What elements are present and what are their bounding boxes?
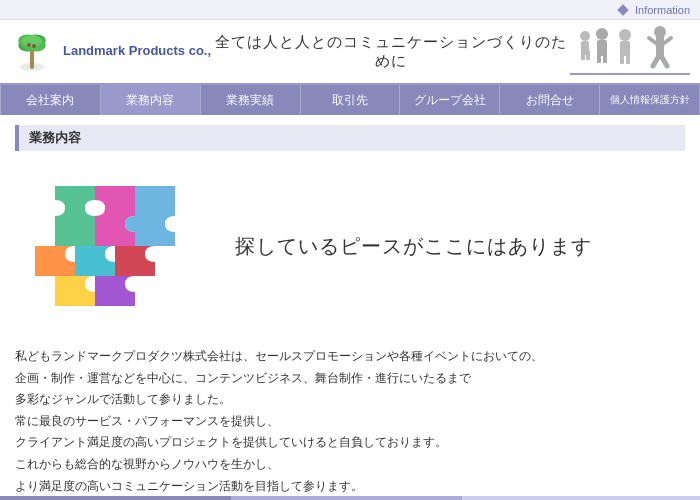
nav-item-company[interactable]: 会社案内 (0, 85, 101, 115)
hero-section: 探しているピースがここにはあります (15, 166, 685, 326)
logo-name: Landmark Products co., (63, 43, 211, 58)
svg-line-18 (660, 54, 667, 66)
puzzle-image (15, 166, 215, 326)
diamond-icon (617, 4, 628, 15)
svg-point-4 (22, 35, 42, 47)
header-tagline: 全ては人と人とのコミュニケーションづくりのために (211, 33, 570, 71)
svg-point-5 (27, 43, 31, 47)
nav-item-services[interactable]: 業務内容 (101, 85, 201, 115)
svg-line-20 (663, 38, 671, 44)
logo-text: Landmark Products co., (63, 43, 211, 60)
logo-icon (10, 29, 55, 74)
hero-text: 探しているピースがここにはあります (235, 233, 592, 260)
nav-item-clients[interactable]: 取引先 (301, 85, 401, 115)
svg-point-7 (580, 31, 590, 41)
section-title: 業務内容 (29, 130, 81, 145)
svg-rect-13 (597, 51, 601, 63)
navigation-bar: 会社案内 業務内容 業務実績 取引先 グループ会社 お問合せ 個人情報保護方針 (0, 85, 700, 115)
bottom-bar (0, 496, 700, 500)
nav-item-privacy[interactable]: 個人情報保護方針 (600, 85, 700, 115)
body-text: 私どもランドマークプロダクツ株式会社は、セールスプロモーションや各種イベントにお… (15, 341, 685, 500)
svg-rect-14 (603, 51, 607, 63)
svg-rect-24 (626, 52, 630, 64)
body-paragraph: 私どもランドマークプロダクツ株式会社は、セールスプロモーションや各種イベントにお… (15, 346, 685, 497)
svg-point-11 (596, 28, 608, 40)
logo-area: Landmark Products co., (10, 29, 211, 74)
section-header: 業務内容 (15, 125, 685, 151)
svg-rect-23 (620, 52, 624, 64)
nav-item-group[interactable]: グループ会社 (400, 85, 500, 115)
svg-rect-10 (586, 50, 590, 60)
nav-item-contact[interactable]: お問合せ (500, 85, 600, 115)
svg-line-19 (649, 38, 657, 44)
svg-point-21 (619, 29, 631, 41)
info-label: Information (635, 4, 690, 16)
svg-rect-9 (581, 50, 585, 60)
silhouettes-graphic (570, 24, 690, 79)
main-content: 探しているピースがここにはあります 私どもランドマークプロダクツ株式会社は、セー… (0, 156, 700, 500)
svg-point-6 (32, 44, 36, 48)
information-link[interactable]: Information (619, 4, 690, 16)
header: Landmark Products co., 全ては人と人とのコミュニケーション… (0, 20, 700, 85)
top-bar: Information (0, 0, 700, 20)
nav-item-results[interactable]: 業務実績 (201, 85, 301, 115)
